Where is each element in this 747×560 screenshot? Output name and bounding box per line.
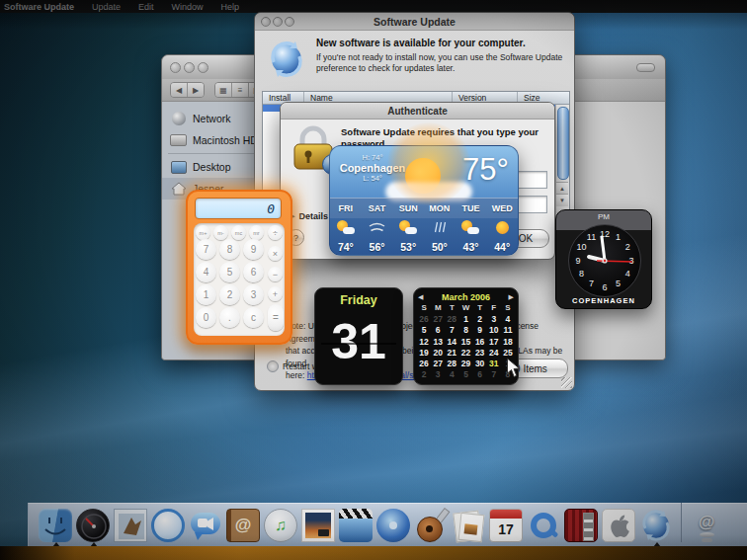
calc-key--[interactable]: ÷ bbox=[268, 225, 283, 240]
calc-key-m-[interactable]: m+ bbox=[196, 225, 210, 240]
dock-item-quicktime[interactable] bbox=[527, 509, 560, 542]
details-disclosure[interactable]: ▶ Details bbox=[290, 211, 328, 221]
resize-grip[interactable] bbox=[561, 377, 572, 388]
dock-item-imovie[interactable] bbox=[339, 509, 373, 542]
calc-key-7[interactable]: 7 bbox=[196, 239, 216, 260]
calc-key--[interactable]: × bbox=[268, 246, 283, 261]
calendar-date-cell[interactable]: 29 bbox=[458, 359, 472, 369]
calendar-date-cell[interactable]: 19 bbox=[417, 348, 431, 359]
calc-key--[interactable]: . bbox=[219, 307, 240, 328]
calendar-date-cell[interactable]: 6 bbox=[473, 369, 487, 380]
dock-item-safari[interactable] bbox=[151, 509, 185, 542]
calendar-date-cell[interactable]: 14 bbox=[445, 337, 458, 348]
dock-item-itunes[interactable]: ♫ bbox=[264, 509, 297, 542]
calendar-date-cell[interactable]: 28 bbox=[445, 359, 458, 369]
calendar-date-cell[interactable]: 30 bbox=[473, 359, 487, 369]
calendar-date-cell[interactable]: 27 bbox=[431, 359, 445, 369]
calculator-widget[interactable]: 0 m+m-mcmr÷×−+7894561230.c= bbox=[186, 190, 292, 345]
calendar-date-cell[interactable]: 1 bbox=[458, 314, 472, 325]
calc-key-3[interactable]: 3 bbox=[243, 284, 264, 305]
dock-item-iphoto[interactable] bbox=[301, 509, 335, 542]
calendar-date-cell[interactable]: 26 bbox=[417, 359, 431, 369]
toolbar-toggle-pill[interactable] bbox=[636, 63, 655, 72]
calc-key-c[interactable]: c bbox=[243, 307, 264, 328]
calendar-date-cell[interactable]: 27 bbox=[431, 314, 445, 325]
calendar-date-cell[interactable]: 22 bbox=[458, 348, 472, 359]
scrollbar-thumb[interactable] bbox=[557, 107, 569, 180]
dock-item-idvd[interactable] bbox=[376, 509, 410, 542]
clock-widget[interactable]: PM 123456789101112 COPENHAGEN bbox=[555, 209, 652, 309]
calendar-date-cell[interactable]: 20 bbox=[431, 348, 445, 359]
close-button[interactable] bbox=[170, 62, 181, 73]
minimize-button[interactable] bbox=[184, 62, 195, 73]
calendar-date-cell[interactable]: 24 bbox=[487, 348, 501, 359]
menu-software-update[interactable]: Software Update bbox=[4, 2, 74, 12]
calendar-date-cell[interactable]: 2 bbox=[417, 369, 431, 380]
calendar-date-cell[interactable]: 21 bbox=[445, 348, 458, 359]
calendar-date-cell[interactable]: 4 bbox=[445, 369, 458, 380]
software-update-title-bar[interactable]: Software Update bbox=[255, 13, 574, 31]
calendar-date-cell[interactable]: 18 bbox=[501, 337, 515, 348]
calc-key--[interactable]: + bbox=[268, 286, 283, 301]
calendar-today-cell[interactable]: 31 bbox=[487, 359, 501, 369]
zoom-button[interactable] bbox=[285, 17, 294, 27]
calc-key-m-[interactable]: m- bbox=[213, 225, 228, 240]
calc-key-4[interactable]: 4 bbox=[196, 262, 216, 282]
calendar-date-cell[interactable]: 17 bbox=[487, 337, 501, 348]
calc-key-9[interactable]: 9 bbox=[243, 239, 264, 260]
calendar-date-cell[interactable]: 13 bbox=[431, 337, 445, 348]
next-month-arrow[interactable]: ▶ bbox=[509, 293, 514, 301]
menu-edit[interactable]: Edit bbox=[138, 2, 154, 12]
back-icon[interactable]: ◀ bbox=[171, 83, 188, 97]
calendar-date-cell[interactable]: 5 bbox=[458, 369, 472, 380]
dock-item-garageband[interactable] bbox=[414, 509, 448, 542]
minimize-button[interactable] bbox=[273, 17, 283, 27]
calendar-date-cell[interactable]: 12 bbox=[417, 337, 431, 348]
dock-item-dashboard[interactable] bbox=[76, 509, 110, 542]
calendar-date-cell[interactable]: 6 bbox=[431, 325, 445, 336]
calendar-date-cell[interactable]: 4 bbox=[501, 314, 515, 325]
calendar-date-cell[interactable]: 10 bbox=[487, 325, 501, 336]
menu-window[interactable]: Window bbox=[172, 2, 204, 12]
calendar-date-cell[interactable]: 9 bbox=[473, 325, 487, 336]
dock-item-software-update[interactable] bbox=[639, 509, 673, 542]
dock-item-iweb[interactable] bbox=[452, 509, 485, 542]
calc-key-6[interactable]: 6 bbox=[243, 262, 264, 282]
calendar-date-cell[interactable]: 7 bbox=[487, 369, 501, 380]
calendar-date-cell[interactable]: 3 bbox=[431, 369, 445, 380]
dock-item-web-link[interactable]: @ bbox=[690, 509, 723, 542]
calendar-month-panel[interactable]: ◀ March 2006 ▶ SMTWTFS 26272812345678910… bbox=[413, 287, 519, 385]
calc-key-mr[interactable]: mr bbox=[249, 225, 264, 240]
dock-item-finder[interactable] bbox=[39, 509, 72, 542]
calc-key--[interactable]: − bbox=[268, 267, 283, 281]
calendar-date-cell[interactable]: 2 bbox=[473, 314, 487, 325]
calendar-date-cell[interactable]: 26 bbox=[417, 314, 431, 325]
calendar-date-cell[interactable]: 16 bbox=[473, 337, 487, 348]
forward-icon[interactable]: ▶ bbox=[188, 83, 204, 97]
calendar-date-panel[interactable]: Friday 31 bbox=[314, 287, 403, 385]
calendar-date-cell[interactable]: 7 bbox=[445, 325, 458, 336]
dock-item-mail[interactable] bbox=[114, 509, 147, 542]
calc-key-mc[interactable]: mc bbox=[231, 225, 246, 240]
calendar-date-cell[interactable]: 23 bbox=[473, 348, 487, 359]
calc-key-2[interactable]: 2 bbox=[219, 284, 240, 305]
prev-month-arrow[interactable]: ◀ bbox=[418, 293, 423, 301]
calc-key-1[interactable]: 1 bbox=[196, 284, 216, 305]
calc-key-0[interactable]: 0 bbox=[196, 307, 216, 328]
calendar-date-cell[interactable]: 15 bbox=[458, 337, 472, 348]
dock-item-address-book[interactable]: @ bbox=[226, 509, 260, 542]
menu-update[interactable]: Update bbox=[92, 2, 121, 12]
calendar-date-cell[interactable]: 28 bbox=[445, 314, 458, 325]
icon-view-icon[interactable]: ▦ bbox=[215, 83, 232, 97]
calendar-date-cell[interactable]: 3 bbox=[487, 314, 501, 325]
menu-help[interactable]: Help bbox=[221, 2, 240, 12]
dock-item-apple-box[interactable] bbox=[602, 509, 635, 542]
dock-item-photo-booth[interactable] bbox=[564, 509, 598, 542]
authenticate-title-bar[interactable]: Authenticate bbox=[281, 103, 554, 120]
calendar-date-cell[interactable]: 5 bbox=[417, 325, 431, 336]
weather-widget[interactable]: H: 74° Copenhagen L: 54° 75° FRISATSUNMO… bbox=[329, 145, 519, 256]
calendar-date-cell[interactable]: 8 bbox=[458, 325, 472, 336]
dock-item-ichat[interactable] bbox=[189, 509, 222, 542]
calendar-date-cell[interactable]: 11 bbox=[501, 325, 515, 336]
calc-key-5[interactable]: 5 bbox=[219, 262, 240, 282]
